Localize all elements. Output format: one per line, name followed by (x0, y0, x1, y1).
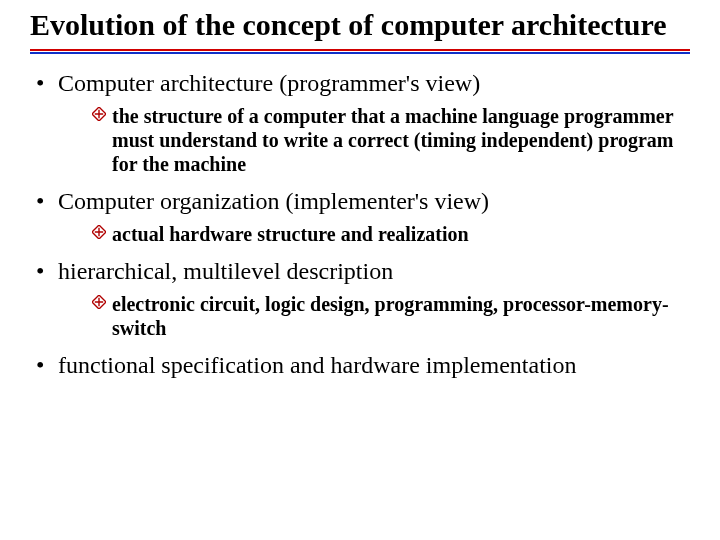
sub-bullet-text: actual hardware structure and realizatio… (112, 223, 469, 245)
sub-bullet-item: the structure of a computer that a machi… (58, 104, 690, 176)
bullet-text: Computer organization (implementer's vie… (58, 188, 489, 214)
sub-bullet-list: the structure of a computer that a machi… (58, 104, 690, 176)
sub-bullet-list: electronic circuit, logic design, progra… (58, 292, 690, 340)
bullet-list: Computer architecture (programmer's view… (30, 68, 690, 380)
sub-bullet-text: electronic circuit, logic design, progra… (112, 293, 669, 339)
bullet-text: Computer architecture (programmer's view… (58, 70, 480, 96)
slide-title: Evolution of the concept of computer arc… (30, 8, 690, 43)
bullet-text: functional specification and hardware im… (58, 352, 576, 378)
slide: Evolution of the concept of computer arc… (0, 0, 720, 404)
bullet-item: Computer organization (implementer's vie… (30, 186, 690, 246)
sub-bullet-item: actual hardware structure and realizatio… (58, 222, 690, 246)
sub-bullet-item: electronic circuit, logic design, progra… (58, 292, 690, 340)
sub-bullet-text: the structure of a computer that a machi… (112, 105, 673, 175)
title-underline (30, 49, 690, 54)
bullet-item: Computer architecture (programmer's view… (30, 68, 690, 176)
bullet-item: hierarchical, multilevel description ele… (30, 256, 690, 340)
bullet-item: functional specification and hardware im… (30, 350, 690, 380)
sub-bullet-list: actual hardware structure and realizatio… (58, 222, 690, 246)
bullet-text: hierarchical, multilevel description (58, 258, 393, 284)
